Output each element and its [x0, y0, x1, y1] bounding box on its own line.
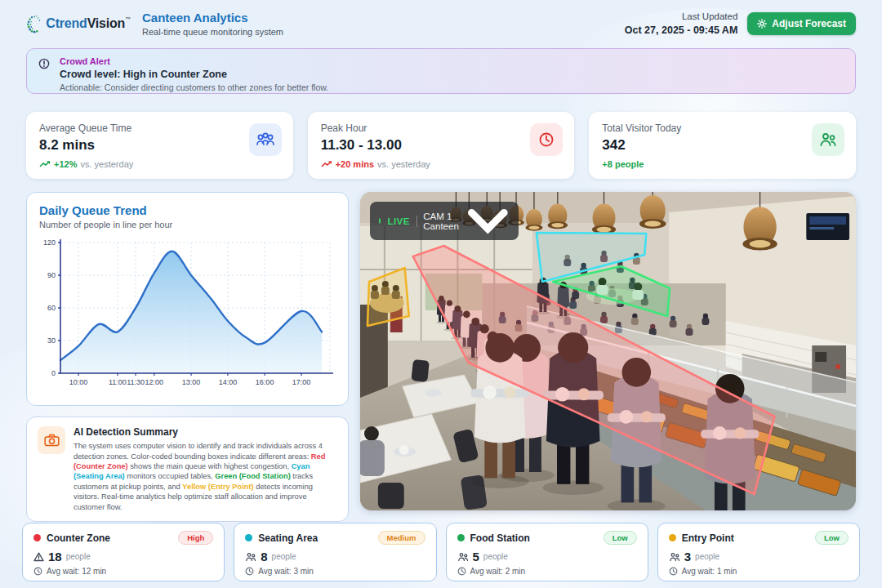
- zone-name: Counter Zone: [47, 532, 110, 544]
- clock-icon: [245, 567, 254, 576]
- zone-dot-icon: [33, 534, 41, 541]
- clock-icon: [33, 567, 42, 576]
- camera-name: CAM 1 Canteen: [423, 212, 458, 231]
- zone-count: 8: [261, 550, 267, 564]
- food-station-legend: Green (Food Station): [215, 472, 290, 480]
- clock-icon: [669, 567, 678, 576]
- queue-people-icon: [249, 123, 282, 156]
- camera-feed: LIVE CAM 1 Canteen: [360, 192, 856, 510]
- stat-delta: +12%: [54, 159, 77, 169]
- last-updated-label: Last Updated: [625, 11, 738, 24]
- stat-delta-suffix: vs. yesterday: [377, 159, 430, 169]
- people-icon: [812, 123, 844, 156]
- zone-unit: people: [695, 552, 719, 561]
- live-label: LIVE: [387, 216, 410, 226]
- zone-unit: people: [483, 552, 508, 561]
- stat-card-total-visitor: Total Visitor Today 342 +8 people: [589, 112, 856, 179]
- chevron-down-icon[interactable]: [466, 207, 510, 235]
- stat-delta: +20 mins: [336, 159, 374, 169]
- svg-text:16:00: 16:00: [256, 378, 274, 386]
- people-icon: [245, 552, 256, 562]
- svg-text:90: 90: [47, 271, 56, 279]
- stat-delta-suffix: vs. yesterday: [80, 159, 133, 169]
- zone-dot-icon: [245, 534, 252, 541]
- zone-unit: people: [66, 552, 91, 561]
- stat-cards-row: Average Queue Time 8.2 mins +12% vs. yes…: [26, 112, 856, 179]
- page-title: Canteen Analytics: [142, 11, 283, 24]
- brand-logo-icon: [26, 11, 42, 36]
- zone-name: Seating Area: [258, 532, 318, 544]
- camera-icon: [38, 426, 65, 454]
- zone-wait: Avg wait: 3 min: [258, 567, 314, 576]
- live-dot-icon: [379, 218, 381, 224]
- last-updated: Last Updated Oct 27, 2025 - 09:45 AM: [625, 11, 738, 37]
- zone-card-entry: Entry Point Low 3 people Avg wait:: [657, 523, 860, 581]
- svg-text:0: 0: [51, 369, 56, 377]
- clock-icon: [457, 567, 466, 576]
- status-badge: Low: [815, 531, 849, 545]
- warning-icon: [33, 552, 44, 562]
- crowd-alert-banner: Crowd Alert Crowd level: High in Counter…: [26, 48, 856, 94]
- zone-count: 5: [473, 550, 479, 564]
- svg-text:14:00: 14:00: [219, 378, 238, 386]
- zone-wait: Avg wait: 1 min: [682, 567, 737, 576]
- svg-text:11:30: 11:30: [127, 378, 145, 386]
- stat-card-average-queue-time: Average Queue Time 8.2 mins +12% vs. yes…: [26, 112, 293, 179]
- stat-card-peak-hour: Peak Hour 11.30 - 13.00 +20 mins vs. yes…: [308, 112, 575, 179]
- page-subtitle: Real-time queue monitoring system: [142, 27, 283, 37]
- stat-delta: +8 people: [602, 159, 644, 169]
- zone-cards-row: Counter Zone High 18 people Avg wait: 12…: [22, 523, 860, 581]
- zone-wait: Avg wait: 2 min: [470, 567, 526, 576]
- brand-name: CtrendVision™: [46, 16, 131, 31]
- zone-card-seating: Seating Area Medium 8 people Avg w: [234, 523, 436, 581]
- chart-title: Daily Queue Trend: [39, 203, 336, 217]
- stat-label: Peak Hour: [321, 122, 562, 134]
- stat-label: Average Queue Time: [39, 122, 280, 134]
- clock-icon: [530, 123, 563, 156]
- last-updated-value: Oct 27, 2025 - 09:45 AM: [625, 24, 738, 38]
- svg-text:60: 60: [47, 304, 56, 312]
- svg-text:13:00: 13:00: [182, 378, 201, 386]
- status-badge: Medium: [378, 531, 425, 545]
- people-icon: [669, 552, 680, 562]
- adjust-forecast-button[interactable]: Adjust Forecast: [747, 12, 856, 35]
- svg-text:10:00: 10:00: [69, 378, 88, 386]
- camera-selector[interactable]: LIVE CAM 1 Canteen: [370, 202, 519, 240]
- ai-detection-summary-card: AI Detection Summary The system uses com…: [26, 416, 349, 522]
- svg-text:120: 120: [43, 238, 56, 247]
- daily-queue-trend-card: Daily Queue Trend Number of people in li…: [26, 192, 349, 406]
- zone-count: 18: [48, 550, 62, 564]
- stat-value: 8.2 mins: [39, 137, 280, 154]
- alert-circle-icon: [38, 58, 50, 69]
- zone-card-food-station: Food Station Low 5 people Avg wait: [446, 523, 648, 581]
- svg-text:30: 30: [47, 336, 56, 345]
- zone-unit: people: [272, 552, 296, 561]
- stat-value: 342: [602, 137, 843, 154]
- header: CtrendVision™ Canteen Analytics Real-tim…: [0, 0, 882, 42]
- stat-label: Total Visitor Today: [602, 122, 843, 134]
- entry-point-legend: Yellow (Entry Point): [182, 483, 253, 491]
- trend-up-icon: [321, 160, 332, 168]
- stat-value: 11.30 - 13.00: [321, 137, 562, 154]
- brand-logo: CtrendVision™: [26, 11, 131, 36]
- people-icon: [457, 552, 469, 562]
- zone-dot-icon: [669, 534, 676, 541]
- trend-up-icon: [39, 160, 51, 168]
- zone-name: Food Station: [470, 532, 530, 544]
- adjust-forecast-label: Adjust Forecast: [772, 18, 846, 29]
- ai-summary-title: AI Detection Summary: [74, 426, 337, 438]
- queue-trend-chart: 030609012010:0011:0011:3012:0013:0014:00…: [39, 234, 336, 396]
- status-badge: Low: [604, 531, 637, 545]
- alert-message: Crowd level: High in Counter Zone: [60, 69, 842, 80]
- alert-actionable: Actionable: Consider directing customers…: [60, 82, 842, 92]
- zone-card-counter: Counter Zone High 18 people Avg wait: 12…: [22, 523, 225, 581]
- svg-text:17:00: 17:00: [292, 378, 311, 386]
- svg-text:11:00: 11:00: [109, 378, 127, 386]
- alert-title: Crowd Alert: [60, 56, 842, 66]
- zone-dot-icon: [457, 534, 465, 541]
- zone-count: 3: [684, 550, 691, 564]
- zone-name: Entry Point: [682, 532, 734, 544]
- svg-text:12:00: 12:00: [145, 378, 164, 386]
- status-badge: High: [178, 531, 213, 545]
- zone-wait: Avg wait: 12 min: [47, 567, 106, 576]
